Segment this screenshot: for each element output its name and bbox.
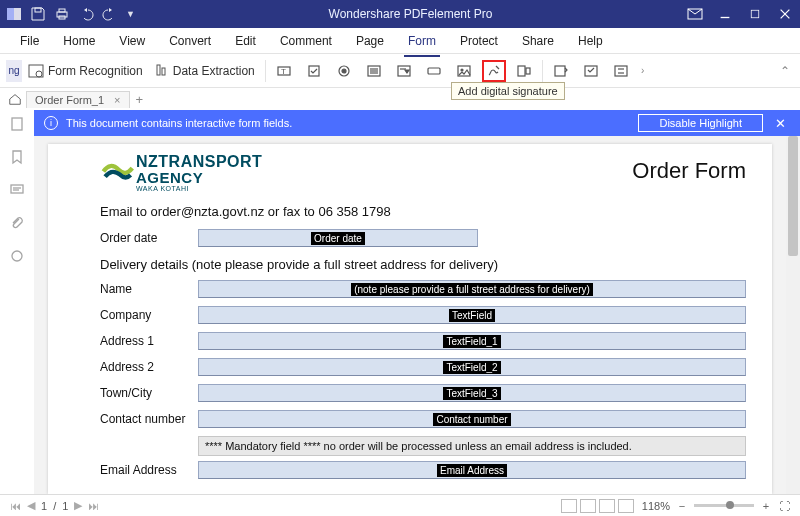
banner-message: This document contains interactive form … xyxy=(66,117,630,129)
close-button[interactable] xyxy=(776,5,794,23)
checkbox-tool[interactable] xyxy=(302,60,326,82)
menu-help[interactable]: Help xyxy=(568,30,613,52)
address2-field[interactable]: TextField_2 xyxy=(198,358,746,376)
logo: NZTRANSPORT AGENCY WAKA KOTAHI xyxy=(100,154,262,192)
combobox-tool[interactable] xyxy=(392,60,416,82)
menu-form[interactable]: Form xyxy=(398,30,446,52)
page-separator: / xyxy=(53,500,56,512)
svg-rect-14 xyxy=(162,68,165,75)
company-field[interactable]: TextField xyxy=(198,306,746,324)
logo-line-1: NZTRANSPORT xyxy=(136,154,262,170)
form-recognition-button[interactable]: Form Recognition xyxy=(24,60,147,82)
list-tool[interactable] xyxy=(362,60,386,82)
svg-rect-8 xyxy=(751,10,759,18)
form-tool-11[interactable] xyxy=(579,60,603,82)
vertical-scrollbar[interactable] xyxy=(786,136,800,494)
svg-point-19 xyxy=(342,69,346,73)
view-continuous-icon[interactable] xyxy=(580,499,596,513)
maximize-button[interactable] xyxy=(746,5,764,23)
title-bar-left: ▼ xyxy=(6,6,135,22)
field-tag: TextField_1 xyxy=(443,335,500,348)
bookmarks-icon[interactable] xyxy=(9,149,25,168)
order-date-field[interactable]: Order date xyxy=(198,229,478,247)
address1-label: Address 1 xyxy=(100,334,198,348)
form-tool-10[interactable] xyxy=(549,60,573,82)
tab-close-icon[interactable]: × xyxy=(114,94,120,106)
text-field-tool[interactable]: T xyxy=(272,60,296,82)
data-extraction-button[interactable]: Data Extraction xyxy=(149,60,259,82)
ribbon-scroll-left[interactable]: ng xyxy=(6,60,22,82)
ribbon: ng Form Recognition Data Extraction T › … xyxy=(0,54,800,88)
form-tool-12[interactable] xyxy=(609,60,633,82)
home-tab-icon[interactable] xyxy=(6,90,24,108)
title-bar-right xyxy=(686,5,794,23)
data-extraction-label: Data Extraction xyxy=(173,64,255,78)
attachments-icon[interactable] xyxy=(9,215,25,234)
field-tag: TextField_3 xyxy=(443,387,500,400)
document-tab[interactable]: Order Form_1 × xyxy=(26,91,130,108)
name-field[interactable]: (note please provide a full street addre… xyxy=(198,280,746,298)
zoom-slider[interactable] xyxy=(694,504,754,507)
disable-highlight-button[interactable]: Disable Highlight xyxy=(638,114,763,132)
mail-icon[interactable] xyxy=(686,5,704,23)
first-page-icon[interactable]: ⏮ xyxy=(10,500,21,512)
zoom-out-icon[interactable]: − xyxy=(676,500,688,512)
menu-home[interactable]: Home xyxy=(53,30,105,52)
contact-field[interactable]: Contact number xyxy=(198,410,746,428)
minimize-button[interactable] xyxy=(716,5,734,23)
form-tool-9[interactable] xyxy=(512,60,536,82)
menu-comment[interactable]: Comment xyxy=(270,30,342,52)
svg-rect-37 xyxy=(11,185,23,193)
menu-bar: File Home View Convert Edit Comment Page… xyxy=(0,28,800,54)
scrollbar-thumb[interactable] xyxy=(788,136,798,256)
email-field[interactable]: Email Address xyxy=(198,461,746,479)
view-two-page-icon[interactable] xyxy=(599,499,615,513)
menu-edit[interactable]: Edit xyxy=(225,30,266,52)
ribbon-collapse[interactable]: ⌃ xyxy=(776,64,794,78)
menu-file[interactable]: File xyxy=(10,30,49,52)
ribbon-separator xyxy=(265,60,266,82)
svg-rect-36 xyxy=(12,118,22,130)
fullscreen-icon[interactable]: ⛶ xyxy=(778,500,790,512)
radio-tool[interactable] xyxy=(332,60,356,82)
view-single-icon[interactable] xyxy=(561,499,577,513)
svg-rect-29 xyxy=(518,66,525,76)
zoom-value[interactable]: 118% xyxy=(642,500,670,512)
print-icon[interactable] xyxy=(54,6,70,22)
banner-close-icon[interactable]: ✕ xyxy=(771,116,790,131)
new-tab-button[interactable]: + xyxy=(132,92,148,107)
comments-icon[interactable] xyxy=(9,182,25,201)
menu-share[interactable]: Share xyxy=(512,30,564,52)
pdf-page: NZTRANSPORT AGENCY WAKA KOTAHI Order For… xyxy=(48,144,772,494)
svg-point-28 xyxy=(461,69,463,71)
view-two-continuous-icon[interactable] xyxy=(618,499,634,513)
qat-dropdown-icon[interactable]: ▼ xyxy=(126,9,135,19)
page-current[interactable]: 1 xyxy=(41,500,47,512)
undo-icon[interactable] xyxy=(78,6,94,22)
menu-convert[interactable]: Convert xyxy=(159,30,221,52)
image-tool[interactable] xyxy=(452,60,476,82)
zoom-in-icon[interactable]: + xyxy=(760,500,772,512)
save-icon[interactable] xyxy=(30,6,46,22)
search-panel-icon[interactable] xyxy=(9,248,25,267)
address1-field[interactable]: TextField_1 xyxy=(198,332,746,350)
last-page-icon[interactable]: ⏭ xyxy=(88,500,99,512)
side-toolbar xyxy=(0,110,34,494)
digital-signature-tool[interactable] xyxy=(482,60,506,82)
ribbon-scroll-right[interactable]: › xyxy=(635,60,651,82)
menu-protect[interactable]: Protect xyxy=(450,30,508,52)
page-viewport[interactable]: NZTRANSPORT AGENCY WAKA KOTAHI Order For… xyxy=(34,136,786,494)
field-tag: Contact number xyxy=(433,413,510,426)
mandatory-note: **** Mandatory field **** no order will … xyxy=(198,436,746,456)
town-field[interactable]: TextField_3 xyxy=(198,384,746,402)
redo-icon[interactable] xyxy=(102,6,118,22)
view-mode-group xyxy=(561,499,634,513)
button-tool[interactable] xyxy=(422,60,446,82)
menu-page[interactable]: Page xyxy=(346,30,394,52)
logo-icon xyxy=(100,154,134,184)
next-page-icon[interactable]: ▶ xyxy=(74,499,82,512)
prev-page-icon[interactable]: ◀ xyxy=(27,499,35,512)
form-tools-group-2 xyxy=(549,60,633,82)
menu-view[interactable]: View xyxy=(109,30,155,52)
thumbnails-icon[interactable] xyxy=(9,116,25,135)
